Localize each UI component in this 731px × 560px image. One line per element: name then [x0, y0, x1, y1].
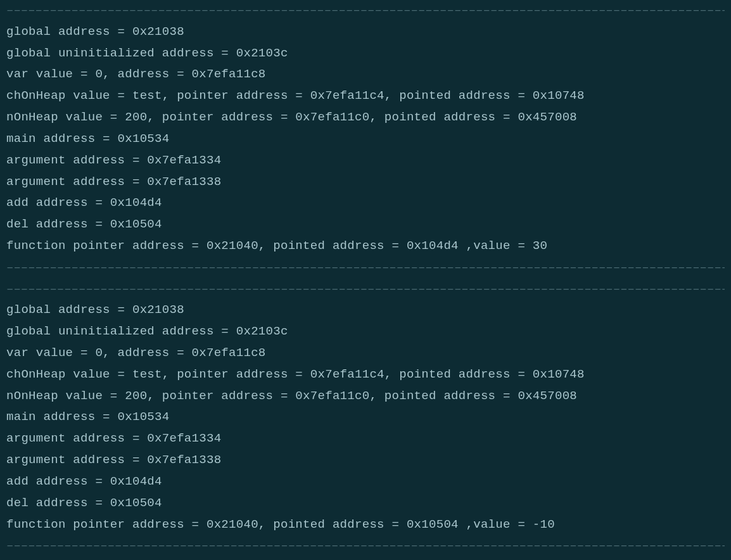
output-line: global address = 0x21038 — [6, 300, 725, 321]
output-line: main address = 0x10534 — [6, 129, 725, 150]
output-line: nOnHeap value = 200, pointer address = 0… — [6, 107, 725, 129]
output-line: global address = 0x21038 — [6, 22, 725, 43]
output-line: function pointer address = 0x21040, poin… — [6, 236, 725, 257]
output-line: del address = 0x10504 — [6, 493, 725, 514]
divider-bottom-2: ––––––––––––––––––––––––––––––––––––––––… — [6, 535, 725, 557]
divider-top-2: ––––––––––––––––––––––––––––––––––––––––… — [6, 279, 725, 300]
output-block-1: ––––––––––––––––––––––––––––––––––––––––… — [6, 0, 725, 279]
divider-top-1: ––––––––––––––––––––––––––––––––––––––––… — [6, 0, 725, 22]
output-line: argument address = 0x7efa1338 — [6, 450, 725, 471]
output-line: nOnHeap value = 200, pointer address = 0… — [6, 386, 725, 407]
output-line: argument address = 0x7efa1334 — [6, 428, 725, 450]
output-line: main address = 0x10534 — [6, 407, 725, 428]
output-line: chOnHeap value = test, pointer address =… — [6, 86, 725, 107]
output-line: global uninitialized address = 0x2103c — [6, 321, 725, 343]
output-block-2: ––––––––––––––––––––––––––––––––––––––––… — [6, 279, 725, 557]
output-line: var value = 0, address = 0x7efa11c8 — [6, 343, 725, 364]
output-line: argument address = 0x7efa1338 — [6, 172, 725, 193]
output-line: argument address = 0x7efa1334 — [6, 150, 725, 172]
output-line: chOnHeap value = test, pointer address =… — [6, 364, 725, 386]
output-line: del address = 0x10504 — [6, 214, 725, 236]
divider-bottom-1: ––––––––––––––––––––––––––––––––––––––––… — [6, 257, 725, 279]
output-line: function pointer address = 0x21040, poin… — [6, 514, 725, 536]
output-line: add address = 0x104d4 — [6, 193, 725, 214]
output-line: add address = 0x104d4 — [6, 471, 725, 493]
output-line: var value = 0, address = 0x7efa11c8 — [6, 64, 725, 86]
output-line: global uninitialized address = 0x2103c — [6, 43, 725, 65]
